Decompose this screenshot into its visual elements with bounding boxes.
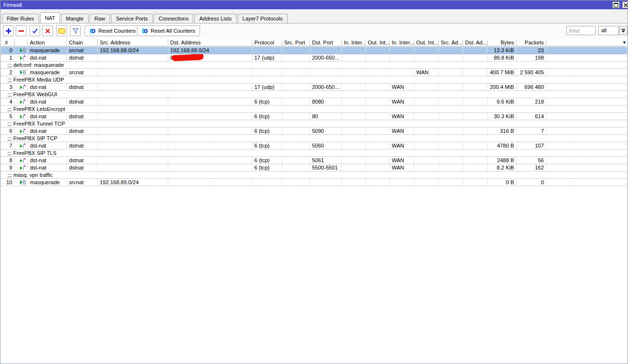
cell-in_interface_list: WAN [390, 113, 414, 120]
comment-row[interactable]: ;;; FreePBX SIP TCP [1, 135, 627, 142]
column-header-src_address[interactable]: Src. Address [98, 39, 168, 46]
cell-num: 8 [1, 157, 15, 164]
cell-src_port [282, 69, 310, 76]
tab-filter-rules[interactable]: Filter Rules [2, 14, 39, 23]
cell-num: 10 [1, 179, 15, 186]
tab-mangle[interactable]: Mangle [61, 14, 89, 23]
dropdown-arrow-button[interactable] [619, 26, 628, 35]
close-button[interactable] [622, 1, 628, 8]
cell-src_address [98, 84, 168, 90]
cell-action: masquerade [28, 179, 67, 186]
column-header-action[interactable]: Action [28, 39, 67, 46]
nat-rule-row-1[interactable]: 1dst-natdstnat817 (udp)2000-650...89.8 K… [1, 54, 627, 62]
nat-rule-row-8[interactable]: 8dst-natdstnat6 (tcp)5061WAN2488 B56 [1, 157, 627, 164]
cell-icon [15, 179, 28, 186]
cell-dst_port [310, 69, 342, 76]
add-button[interactable] [3, 25, 14, 36]
enable-button[interactable] [29, 25, 40, 36]
nat-rule-row-10[interactable]: 10masqueradesrcnat192.168.89.0/240 B0 [1, 179, 627, 186]
comment-row[interactable]: ;;; FreePBX Media UDP [1, 76, 627, 84]
reset-counters-button[interactable]: Reset Counters [85, 25, 140, 36]
column-header-out_interface[interactable]: Out. Int... [366, 39, 390, 46]
comment-row[interactable]: ;;; FreePBX SIP TLS [1, 150, 627, 157]
cell-action: dst-nat [28, 84, 67, 90]
titlebar[interactable]: Firewall [0, 0, 628, 9]
comment-row[interactable]: ;;; masq. vpn traffic [1, 171, 627, 179]
cell-packets: 162 [516, 164, 546, 171]
tab-address-lists[interactable]: Address Lists [194, 14, 236, 23]
comment-row[interactable]: ;;; FreePBX WebGUI [1, 91, 627, 98]
filter-scope-dropdown[interactable]: all [598, 26, 619, 35]
dst-nat-icon [20, 165, 26, 171]
column-header-in_interface_list[interactable]: In. Inter... [390, 39, 414, 46]
cell-dst_address [168, 179, 252, 186]
column-header-out_interface_list[interactable]: Out. Int... [414, 39, 439, 46]
cell-dst_port: 2000-650... [310, 84, 342, 90]
remove-button[interactable] [16, 25, 26, 36]
comment-button[interactable] [56, 25, 67, 36]
nat-rule-row-3[interactable]: 3dst-natdstnat17 (udp)2000-650...WAN200.… [1, 84, 627, 91]
nat-rules-table: 0masqueradesrcnat192.168.88.0/24192.168.… [1, 47, 627, 186]
cell-filler [546, 142, 627, 149]
tab-service-ports[interactable]: Service Ports [111, 14, 153, 23]
disable-button[interactable] [42, 25, 53, 36]
nat-rule-row-7[interactable]: 7dst-natdstnat6 (tcp)5060WAN4780 B107 [1, 142, 627, 150]
cell-action: masquerade [28, 47, 67, 54]
cell-bytes: 400.7 MiB [488, 69, 516, 76]
comment-row[interactable]: ;;; FreePBX Tunnel TCP [1, 120, 627, 128]
cell-icon [15, 54, 28, 61]
cell-dst_address [168, 157, 252, 164]
column-header-num[interactable]: # [1, 39, 15, 46]
cell-out_interface_list [414, 128, 439, 134]
nat-rule-row-6[interactable]: 6dst-natdstnat6 (tcp)5090WAN316 B7 [1, 128, 627, 135]
column-header-dst_address_list[interactable]: Dst. Ad... [463, 39, 488, 46]
tab-connections[interactable]: Connections [154, 14, 193, 23]
cell-packets: 2 590 405 [516, 69, 546, 76]
cell-packets: 7 [516, 128, 546, 134]
column-chooser-arrow[interactable]: ▾ [623, 39, 626, 46]
reset-all-counters-button[interactable]: Reset All Counters [137, 25, 200, 36]
column-header-dst_address[interactable]: Dst. Address [168, 39, 252, 46]
column-header-protocol[interactable]: Protocol [252, 39, 282, 46]
cell-src_address_list [439, 84, 463, 90]
column-header-in_interface[interactable]: In. Inter... [342, 39, 366, 46]
cell-in_interface_list [390, 54, 414, 61]
tab-raw[interactable]: Raw [90, 14, 110, 23]
comment-row[interactable]: ;;; defconf: masquerade [1, 62, 627, 69]
cross-icon [45, 28, 51, 34]
cell-num: 4 [1, 98, 15, 105]
nat-rule-row-0[interactable]: 0masqueradesrcnat192.168.88.0/24192.168.… [1, 47, 627, 54]
nat-rule-row-2[interactable]: 2masqueradesrcnatWAN400.7 MiB2 590 405 [1, 69, 627, 76]
column-header-src_address_list[interactable]: Src. Ad... [439, 39, 463, 46]
cell-bytes: 13.3 KiB [488, 47, 516, 54]
comment-row[interactable]: ;;; FreePBX LetsEncrypt [1, 106, 627, 113]
column-header-chain[interactable]: Chain [67, 39, 98, 46]
cell-protocol: 6 (tcp) [252, 98, 282, 105]
column-header-bytes[interactable]: Bytes [488, 39, 516, 46]
masquerade-icon [20, 47, 26, 53]
cell-action: dst-nat [28, 164, 67, 171]
tab-nat[interactable]: NAT [40, 12, 60, 24]
column-header-src_port[interactable]: Src. Port [282, 39, 310, 46]
cell-src_address [98, 142, 168, 149]
nat-rule-row-4[interactable]: 4dst-natdstnat6 (tcp)8080WAN9.6 KiB218 [1, 98, 627, 106]
cell-out_interface_list [414, 54, 439, 61]
nat-rule-row-9[interactable]: 9dst-natdstnat6 (tcp)5500-5501WAN8.2 KiB… [1, 164, 627, 171]
cell-dst_address: 192.168.88.0/24 [168, 47, 252, 54]
nat-rule-row-5[interactable]: 5dst-natdstnat6 (tcp)80WAN30.3 KiB614 [1, 113, 627, 120]
cell-protocol [252, 47, 282, 54]
column-header-icon[interactable] [15, 39, 28, 46]
find-input[interactable] [566, 26, 596, 35]
column-header-dst_port[interactable]: Dst. Port [310, 39, 342, 46]
cell-icon [15, 69, 28, 76]
cell-dst_port [310, 47, 342, 54]
masquerade-icon [20, 69, 26, 75]
cell-in_interface [342, 47, 366, 54]
tab-layer7-protocols[interactable]: Layer7 Protocols [238, 14, 288, 23]
cell-dst_address_list [463, 179, 488, 186]
maximize-button[interactable] [612, 1, 620, 8]
column-header-packets[interactable]: Packets [516, 39, 546, 46]
cell-src_port [282, 54, 310, 61]
filter-button[interactable] [70, 25, 81, 36]
cell-filler [546, 179, 627, 186]
